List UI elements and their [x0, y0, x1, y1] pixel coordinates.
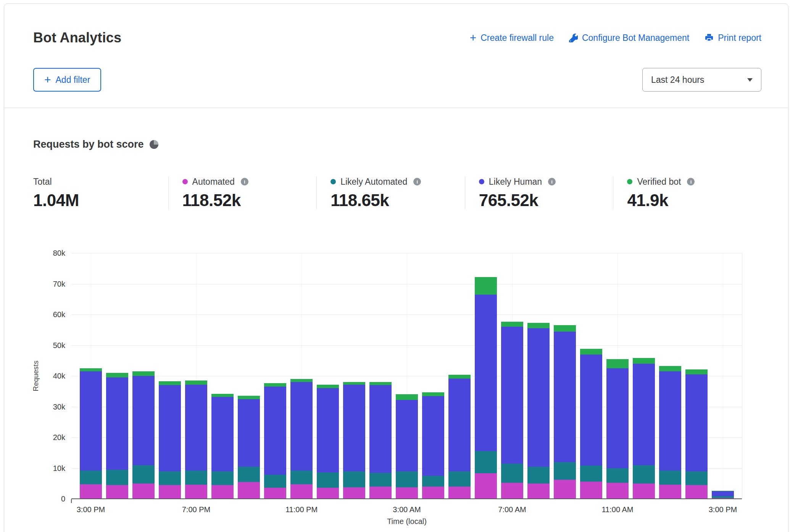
chart-bar[interactable]: [80, 368, 102, 499]
stat-value: 118.65k: [331, 192, 465, 209]
bar-segment: [238, 482, 260, 499]
bar-segment: [554, 325, 576, 331]
bar-segment: [606, 368, 629, 468]
chart-bar[interactable]: [448, 375, 471, 499]
bot-analytics-card: Bot Analytics + Create firewall rule Con…: [4, 3, 788, 532]
stats-row: Total 1.04M Automated i 118.52k Likely A…: [33, 176, 761, 209]
bar-segment: [422, 487, 444, 499]
stat-label: Automated: [192, 177, 235, 187]
bar-segment: [554, 480, 576, 499]
info-icon[interactable]: i: [548, 178, 556, 185]
bar-segment: [80, 371, 102, 471]
plus-icon: +: [44, 76, 51, 84]
bar-segment: [343, 487, 365, 499]
legend-dot-automated: [182, 179, 188, 184]
stat-value: 118.52k: [182, 192, 317, 209]
stat-label: Likely Human: [489, 177, 542, 187]
add-filter-button[interactable]: + Add filter: [33, 68, 101, 92]
stat-verified-bot: Verified bot i 41.9k: [613, 176, 761, 209]
chart-bar[interactable]: [633, 358, 655, 499]
info-icon[interactable]: i: [413, 178, 421, 185]
x-axis-line: [71, 498, 742, 499]
pie-chart-icon: [150, 140, 158, 149]
chart-bar[interactable]: [317, 385, 339, 499]
bar-segment: [580, 355, 602, 466]
bar-segment: [369, 382, 392, 385]
chart-bar[interactable]: [369, 382, 392, 499]
plus-icon: +: [470, 34, 477, 42]
bar-segment: [264, 387, 286, 474]
chart-bar[interactable]: [527, 323, 550, 499]
chart-bar[interactable]: [106, 373, 128, 499]
bar-segment: [580, 482, 602, 499]
bar-segment: [606, 359, 629, 368]
chart-bar[interactable]: [580, 349, 602, 499]
chart-bar[interactable]: [264, 383, 286, 499]
x-axis-title: Time (local): [387, 517, 427, 526]
bar-segment: [527, 467, 550, 484]
bar-segment: [238, 396, 260, 399]
chart-bar[interactable]: [211, 394, 234, 499]
chart-bar[interactable]: [501, 322, 523, 499]
bar-segment: [132, 376, 155, 465]
bar-segment: [606, 468, 629, 483]
bar-segment: [343, 471, 365, 488]
bar-segment: [712, 491, 734, 496]
chart-plot-area: [71, 253, 742, 499]
bar-segment: [264, 488, 286, 499]
chart-bar[interactable]: [159, 381, 181, 499]
create-firewall-rule-link[interactable]: + Create firewall rule: [470, 33, 554, 43]
x-tick-label: 7:00 AM: [480, 505, 545, 514]
wrench-icon: [569, 34, 578, 42]
chart-bar[interactable]: [685, 369, 708, 499]
chart-bar[interactable]: [712, 491, 734, 499]
bar-segment: [290, 382, 313, 471]
bar-segment: [106, 470, 128, 485]
legend-dot-verified-bot: [627, 179, 632, 184]
bar-segment: [185, 485, 207, 499]
chart-bar[interactable]: [238, 396, 260, 499]
bar-segment: [396, 394, 418, 400]
y-tick-label: 30k: [33, 402, 65, 411]
chart-bar[interactable]: [475, 277, 497, 499]
chart-bar[interactable]: [185, 380, 207, 499]
chart-bar[interactable]: [290, 379, 313, 499]
print-report-link[interactable]: Print report: [705, 33, 761, 43]
chart-bar[interactable]: [132, 371, 155, 499]
chart-bar[interactable]: [422, 392, 444, 499]
section-title: Requests by bot score: [33, 139, 144, 150]
chart-bar[interactable]: [396, 394, 418, 499]
bar-segment: [211, 485, 234, 499]
stat-label: Total: [33, 177, 52, 187]
chart-bar[interactable]: [343, 382, 365, 499]
stat-likely-automated: Likely Automated i 118.65k: [316, 176, 465, 209]
bar-segment: [633, 358, 655, 364]
bar-segment: [580, 349, 602, 355]
add-filter-label: Add filter: [56, 75, 90, 85]
bar-segment: [554, 462, 576, 480]
configure-bot-management-link[interactable]: Configure Bot Management: [569, 33, 689, 43]
bar-segment: [659, 371, 681, 471]
y-tick-label: 50k: [33, 341, 65, 350]
bar-segment: [659, 471, 681, 485]
bar-segment: [80, 368, 102, 371]
bar-segment: [159, 381, 181, 385]
chart-bar[interactable]: [659, 366, 681, 499]
bar-segment: [106, 377, 128, 470]
axis-tick: [71, 499, 72, 503]
configure-bot-management-label: Configure Bot Management: [582, 33, 689, 43]
bar-segment: [80, 471, 102, 484]
stat-label: Likely Automated: [340, 177, 407, 187]
time-range-select[interactable]: Last 24 hours: [642, 68, 761, 92]
bar-segment: [159, 471, 181, 485]
info-icon[interactable]: i: [241, 178, 248, 185]
requests-section: Requests by bot score Total 1.04M Automa…: [4, 108, 788, 530]
chart-bar[interactable]: [554, 325, 576, 499]
info-icon[interactable]: i: [687, 178, 695, 185]
bar-segment: [211, 397, 234, 471]
x-tick-label: 7:00 PM: [164, 505, 229, 514]
bar-segment: [290, 471, 313, 484]
bar-segment: [501, 483, 523, 499]
stat-value: 1.04M: [33, 192, 168, 209]
chart-bar[interactable]: [606, 359, 629, 499]
